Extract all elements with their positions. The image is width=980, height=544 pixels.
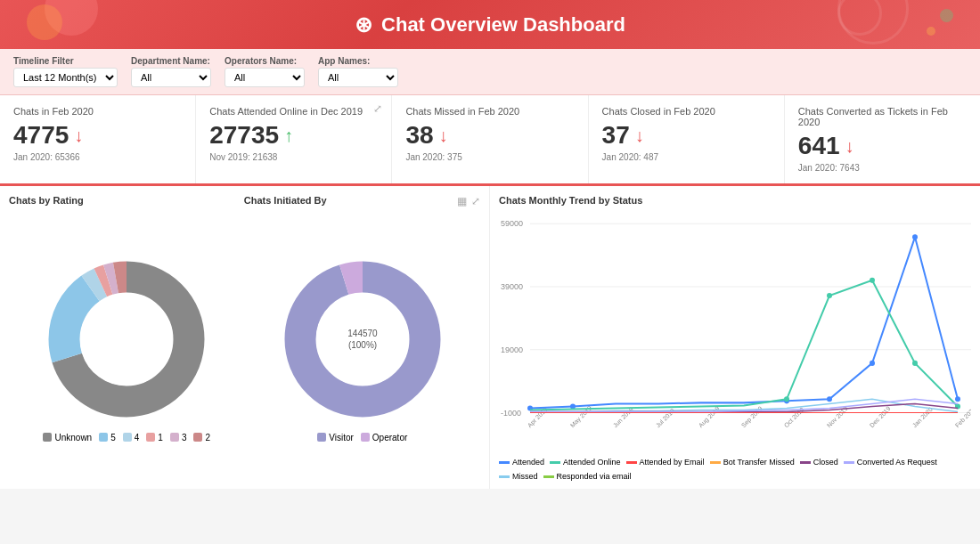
kpi-row: Chats in Feb 2020 4775 ↓ Jan 2020: 65366… [0,95,980,186]
kpi-label-2: Chats Missed in Feb 2020 [405,106,574,117]
svg-point-37 [955,396,960,402]
left-panel-header: Chats by Rating Chats Initiated By ▦ ⤢ [9,195,480,207]
timeline-filter-label: Timeline Filter [13,56,118,66]
operators-filter-label: Operators Name: [225,56,305,66]
kpi-arrow-down-3: ↓ [635,126,644,146]
kpi-label-4: Chats Converted as Tickets in Feb 2020 [798,106,967,127]
kpi-arrow-down-0: ↓ [74,126,83,146]
kpi-prev-2: Jan 2020: 375 [405,152,574,162]
expand-chart-icon[interactable]: ⤢ [471,195,480,207]
kpi-label-1: Chats Attended Online in Dec 2019 [209,106,378,117]
charts-area: Chats by Rating Chats Initiated By ▦ ⤢ [0,186,980,489]
donuts-row: Unknown 5 4 1 [9,212,480,480]
legend-closed: Closed [800,458,838,467]
svg-point-34 [827,396,832,402]
legend-converted-request: Converted As Request [844,458,937,467]
timeline-filter-group: Timeline Filter Last 12 Month(s) [13,56,118,87]
svg-text:Aug 2019: Aug 2019 [698,405,722,429]
app-filter-group: App Names: All [318,56,398,87]
svg-text:19000: 19000 [501,345,523,354]
header-decor-2 [27,4,62,40]
svg-point-6 [80,293,173,386]
timeline-filter-select[interactable]: Last 12 Month(s) [13,68,118,87]
svg-point-9 [316,293,409,386]
header-title: ⊛ Chat Overview Dashboard [355,12,625,37]
chart-title-initiated: Chats Initiated By [244,195,327,207]
kpi-card-1: ⤢ Chats Attended Online in Dec 2019 2773… [196,95,392,183]
donut-initiated-svg: 144570 (100%) [274,250,452,428]
kpi-value-4: 641 ↓ [798,132,967,160]
svg-point-38 [784,396,789,402]
donut-rating-svg [37,250,216,428]
filters-bar: Timeline Filter Last 12 Month(s) Departm… [0,49,980,95]
svg-text:Dec 2019: Dec 2019 [869,405,892,428]
svg-point-41 [912,361,918,366]
svg-text:Jan 2020: Jan 2020 [911,406,934,429]
svg-point-36 [912,234,918,240]
kpi-label-0: Chats in Feb 2020 [13,106,182,117]
legend-missed: Missed [499,472,538,481]
kpi-arrow-down-2: ↓ [439,126,448,146]
line-chart-area: 59000 39000 19000 -1000 Apr 2019 May 201… [499,210,971,453]
line-chart-svg: 59000 39000 19000 -1000 Apr 2019 May 201… [499,210,971,453]
department-filter-group: Department Name: All [131,56,211,87]
left-panel: Chats by Rating Chats Initiated By ▦ ⤢ [0,186,490,489]
legend-2: 2 [193,433,210,443]
legend-3: 3 [170,433,187,443]
right-panel-title: Chats Monthly Trend by Status [499,195,971,206]
kpi-value-1: 27735 ↑ [209,121,378,150]
legend-visitor: Visitor [317,433,354,443]
svg-point-39 [827,293,832,298]
logo-icon: ⊛ [355,12,372,37]
chart-title-rating: Chats by Rating [9,195,84,207]
donut-initiated-legend: Visitor Operator [317,433,407,443]
svg-text:59000: 59000 [501,219,523,228]
svg-text:Jun 2019: Jun 2019 [612,406,634,429]
svg-text:39000: 39000 [501,282,523,291]
expand-icon-1[interactable]: ⤢ [373,102,382,115]
kpi-card-2: Chats Missed in Feb 2020 38 ↓ Jan 2020: … [392,95,588,183]
kpi-value-0: 4775 ↓ [13,121,182,150]
department-filter-label: Department Name: [131,56,211,66]
operators-filter-select[interactable]: All [225,68,305,87]
legend-attended-online: Attended Online [550,458,621,467]
header-decor-5 [940,9,953,22]
dashboard-title: Chat Overview Dashboard [381,13,625,37]
kpi-label-3: Chats Closed in Feb 2020 [602,106,771,117]
svg-text:(100%): (100%) [348,340,377,350]
header-decor-6 [927,27,935,36]
kpi-prev-0: Jan 2020: 65366 [13,152,182,162]
svg-text:144570: 144570 [347,329,378,338]
svg-point-40 [870,278,875,283]
kpi-arrow-up-1: ↑ [284,126,293,146]
app-filter-label: App Names: [318,56,398,66]
donut-initiated: 144570 (100%) Visitor Operator [274,250,452,443]
kpi-card-0: Chats in Feb 2020 4775 ↓ Jan 2020: 65366 [0,95,196,183]
kpi-card-3: Chats Closed in Feb 2020 37 ↓ Jan 2020: … [589,95,785,183]
legend-unknown: Unknown [43,433,92,443]
svg-point-35 [870,361,875,366]
operators-filter-group: Operators Name: All [225,56,305,87]
kpi-prev-4: Jan 2020: 7643 [798,163,967,173]
header: ⊛ Chat Overview Dashboard [0,0,980,49]
kpi-value-2: 38 ↓ [405,121,574,150]
right-panel: Chats Monthly Trend by Status 59000 3900… [490,186,980,489]
legend-operator: Operator [361,433,407,443]
legend-attended-email: Attended by Email [626,458,705,467]
kpi-arrow-down-4: ↓ [845,136,854,157]
kpi-value-3: 37 ↓ [602,121,771,150]
kpi-card-4: Chats Converted as Tickets in Feb 2020 6… [785,95,980,183]
svg-text:-1000: -1000 [501,408,521,417]
donut-rating: Unknown 5 4 1 [37,250,216,443]
kpi-prev-3: Jan 2020: 487 [602,152,771,162]
svg-text:Feb 2020: Feb 2020 [954,405,971,428]
legend-1: 1 [146,433,163,443]
app-filter-select[interactable]: All [318,68,398,87]
legend-attended: Attended [499,458,544,467]
legend-bot-transfer: Bot Transfer Missed [710,458,795,467]
donut-rating-legend: Unknown 5 4 1 [43,433,210,443]
legend-responded-email: Responded via email [543,472,632,481]
bar-chart-icon[interactable]: ▦ [457,195,467,207]
department-filter-select[interactable]: All [131,68,211,87]
legend-4: 4 [123,433,140,443]
